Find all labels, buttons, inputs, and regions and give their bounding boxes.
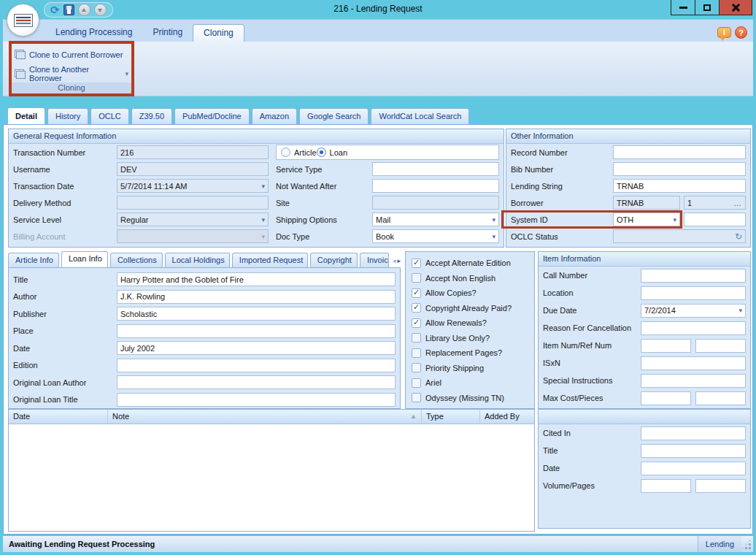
flag-row[interactable]: Allow Copies? — [412, 286, 534, 301]
subtab-copyright[interactable]: Copyright — [310, 253, 358, 267]
service-level-dropdown[interactable]: Regular ▾ — [117, 213, 269, 226]
flag-row[interactable]: Copyright Already Paid? — [412, 301, 534, 316]
tab-pubmed-docline[interactable]: PubMed/Docline — [174, 108, 250, 124]
username-field[interactable]: DEV — [117, 162, 269, 176]
cited-in-field[interactable] — [641, 426, 746, 440]
checkbox-icon[interactable] — [412, 393, 421, 402]
title-field[interactable]: Harry Potter and the Goblet of Fire — [117, 272, 396, 286]
tab-detail[interactable]: Detail — [7, 107, 45, 124]
subtab-local-holdings[interactable]: Local Holdings — [165, 253, 230, 267]
clone-to-current-borrower-button[interactable]: Clone to Current Borrower — [12, 44, 131, 61]
isxn-field[interactable] — [641, 356, 746, 370]
maximize-button[interactable] — [695, 0, 720, 15]
doc-type-dropdown[interactable]: Book ▾ — [372, 229, 499, 243]
bib-number-field[interactable] — [613, 162, 746, 176]
scroll-right-icon[interactable]: ▸ — [397, 257, 401, 264]
flag-row[interactable]: Priority Shipping — [412, 361, 534, 376]
flag-row[interactable]: Allow Renewals? — [412, 315, 534, 331]
site-field[interactable] — [372, 196, 499, 210]
checkbox-icon[interactable] — [412, 288, 421, 298]
ribbon-tab-printing[interactable]: Printing — [142, 24, 193, 42]
publisher-field[interactable]: Scholastic — [117, 307, 396, 321]
subtab-article-info[interactable]: Article Info — [8, 253, 59, 267]
notes-col-added-by[interactable]: Added By — [480, 410, 534, 424]
notes-col-note[interactable]: Note▲ — [108, 410, 422, 424]
flag-row[interactable]: Replacement Pages? — [412, 345, 534, 361]
checkbox-icon[interactable] — [412, 259, 421, 268]
checkbox-icon[interactable] — [412, 378, 421, 388]
subtab-imported-request[interactable]: Imported Request — [232, 253, 308, 267]
notes-col-date[interactable]: Date — [9, 410, 108, 424]
previous-record-button[interactable] — [78, 4, 90, 16]
feedback-icon[interactable]: i — [717, 27, 731, 38]
checkbox-icon[interactable] — [412, 363, 421, 372]
citation-date-field[interactable] — [641, 462, 746, 475]
tab-worldcat-local-search[interactable]: WorldCat Local Search — [371, 108, 469, 124]
record-number-field[interactable] — [613, 145, 746, 159]
lending-string-field[interactable]: TRNAB — [613, 179, 746, 193]
ref-num-field[interactable] — [695, 339, 746, 353]
reason-for-cancellation-field[interactable] — [641, 321, 746, 335]
refresh-icon[interactable]: ⟳ — [50, 4, 60, 15]
checkbox-icon[interactable] — [412, 303, 421, 313]
flag-row[interactable]: Accept Alternate Edition — [412, 256, 534, 271]
tab-google-search[interactable]: Google Search — [299, 108, 369, 124]
next-record-button[interactable] — [94, 4, 107, 16]
edition-field[interactable] — [117, 359, 396, 372]
original-loan-title-field[interactable] — [117, 393, 396, 407]
flag-row[interactable]: Accept Non English — [412, 271, 534, 286]
oclc-refresh-icon[interactable]: ↻ — [735, 231, 742, 242]
subtab-invoice[interactable]: Invoic — [360, 253, 389, 267]
system-id-extra-field[interactable] — [684, 213, 746, 226]
location-field[interactable] — [641, 286, 746, 300]
original-loan-author-field[interactable] — [117, 375, 396, 389]
system-id-dropdown[interactable]: OTH ▾ — [613, 213, 680, 226]
place-field[interactable] — [117, 324, 396, 338]
pages-field[interactable] — [695, 479, 746, 493]
save-icon[interactable] — [63, 4, 74, 15]
flag-row[interactable]: Ariel — [412, 375, 534, 391]
borrower-seq-field[interactable]: 1 … — [684, 196, 746, 210]
loan-radio[interactable] — [317, 148, 326, 157]
pieces-field[interactable] — [695, 391, 746, 405]
tab-amazon[interactable]: Amazon — [252, 108, 297, 124]
flag-row[interactable]: Library Use Only? — [412, 331, 534, 346]
special-instructions-field[interactable] — [641, 374, 746, 388]
help-icon[interactable]: ? — [735, 26, 747, 39]
subtab-collections[interactable]: Collections — [110, 253, 163, 267]
volume-field[interactable] — [641, 479, 691, 493]
scroll-left-icon[interactable]: ◂ — [393, 257, 396, 264]
tab-oclc[interactable]: OCLC — [90, 108, 129, 124]
call-number-field[interactable] — [641, 269, 746, 283]
not-wanted-after-field[interactable] — [372, 179, 499, 193]
tab-history[interactable]: History — [47, 108, 88, 124]
ribbon-tab-cloning[interactable]: Cloning — [193, 24, 244, 42]
author-field[interactable]: J.K. Rowling — [117, 290, 396, 304]
max-cost-field[interactable] — [641, 391, 691, 405]
checkbox-icon[interactable] — [412, 348, 421, 358]
service-type-field[interactable] — [372, 162, 499, 176]
flag-row[interactable]: Odyssey (Missing TN) — [412, 391, 534, 406]
due-date-dropdown[interactable]: 7/2/2014 ▾ — [641, 304, 746, 318]
minimize-button[interactable] — [671, 0, 695, 15]
resize-grip[interactable] — [741, 536, 753, 552]
borrower-field[interactable]: TRNAB — [613, 196, 680, 210]
shipping-options-dropdown[interactable]: Mail ▾ — [372, 213, 499, 226]
article-radio[interactable] — [281, 148, 290, 157]
ribbon-tab-lending-processing[interactable]: Lending Processing — [45, 24, 142, 42]
clone-to-another-borrower-button[interactable]: Clone to Another Borrower ▾ — [12, 61, 131, 83]
close-button[interactable] — [719, 0, 752, 15]
browse-ellipsis-button[interactable]: … — [733, 199, 742, 207]
app-logo-icon[interactable] — [7, 4, 39, 37]
transaction-date-dropdown[interactable]: 5/7/2014 11:14 AM ▾ — [117, 179, 269, 193]
subtab-loan-info[interactable]: Loan Info — [61, 251, 108, 267]
checkbox-icon[interactable] — [412, 333, 421, 342]
oclc-status-field[interactable]: ↻ — [613, 229, 746, 243]
checkbox-icon[interactable] — [412, 318, 421, 328]
tab-z3950[interactable]: Z39.50 — [131, 108, 172, 124]
transaction-number-field[interactable]: 216 — [117, 145, 269, 159]
date-field[interactable]: July 2002 — [117, 341, 396, 355]
notes-col-type[interactable]: Type — [422, 410, 480, 424]
checkbox-icon[interactable] — [412, 273, 421, 283]
item-num-field[interactable] — [641, 339, 691, 353]
